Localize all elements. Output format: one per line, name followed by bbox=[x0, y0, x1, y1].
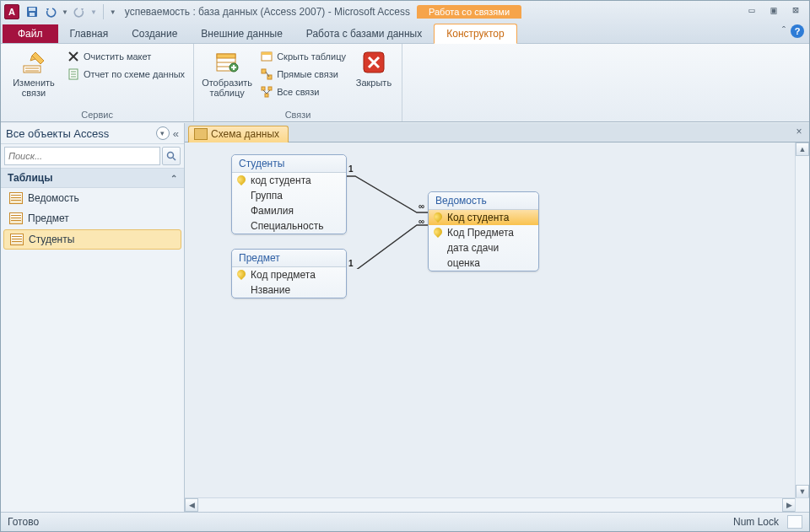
scroll-left-button[interactable]: ◀ bbox=[185, 498, 198, 512]
ribbon-group-service: Изменить связи Очистить макет Отчет по с… bbox=[1, 44, 194, 121]
table-field[interactable]: дата сдачи bbox=[429, 240, 538, 255]
ribbon-tabs: Файл Главная Создание Внешние данные Раб… bbox=[1, 23, 809, 44]
svg-rect-13 bbox=[217, 54, 235, 58]
window-controls: ▭ ▣ ⊠ bbox=[743, 4, 804, 16]
chevron-up-icon: ⌃ bbox=[170, 174, 177, 183]
svg-line-27 bbox=[263, 90, 267, 94]
horizontal-scrollbar[interactable]: ◀ ▶ bbox=[185, 497, 796, 512]
table-field[interactable]: Группа bbox=[232, 188, 346, 203]
ribbon-help-area: ˆ ? bbox=[782, 24, 804, 38]
tab-file[interactable]: Файл bbox=[3, 24, 58, 43]
nav-category-tables[interactable]: Таблицы ⌃ bbox=[1, 169, 184, 188]
nav-header-title: Все объекты Access bbox=[6, 127, 109, 140]
svg-rect-24 bbox=[262, 87, 265, 90]
nav-item-vedomost[interactable]: Ведомость bbox=[1, 188, 184, 208]
direct-relations-button[interactable]: Прямые связи bbox=[258, 67, 348, 82]
search-button[interactable] bbox=[162, 147, 181, 165]
nav-collapse-icon[interactable]: « bbox=[173, 127, 179, 140]
app-icon: A bbox=[4, 4, 19, 19]
close-relations-label: Закрыть bbox=[356, 78, 392, 88]
table-field[interactable]: Фамилия bbox=[232, 203, 346, 218]
nav-search bbox=[1, 144, 184, 169]
tab-external-data[interactable]: Внешние данные bbox=[189, 24, 294, 43]
group-relations-label: Связи bbox=[201, 108, 395, 120]
status-bar: Готово Num Lock bbox=[1, 512, 809, 531]
undo-button[interactable] bbox=[43, 4, 58, 19]
relationship-canvas[interactable]: 1 ∞ 1 ∞ Студенты код студента Группа Фам… bbox=[185, 142, 809, 512]
scroll-down-button[interactable]: ▼ bbox=[796, 485, 809, 498]
clear-layout-button[interactable]: Очистить макет bbox=[65, 49, 186, 64]
table-field[interactable]: оценка bbox=[429, 255, 538, 271]
save-button[interactable] bbox=[24, 4, 40, 19]
nav-item-label: Ведомость bbox=[28, 192, 79, 204]
rel-one-label: 1 bbox=[348, 259, 354, 268]
table-icon bbox=[9, 212, 23, 224]
doc-close-button[interactable]: × bbox=[792, 126, 806, 139]
show-table-icon bbox=[213, 49, 240, 76]
doc-tab-label: Схема данных bbox=[211, 128, 279, 140]
scroll-up-button[interactable]: ▲ bbox=[796, 142, 809, 156]
scroll-corner bbox=[795, 497, 809, 512]
table-field[interactable]: Код Предмета bbox=[429, 225, 538, 240]
rel-many-label: ∞ bbox=[418, 217, 424, 226]
all-relations-button[interactable]: Все связи bbox=[258, 84, 348, 99]
qat-customize-icon[interactable]: ▼ bbox=[110, 8, 116, 16]
table-field[interactable]: Нзвание bbox=[232, 282, 346, 298]
close-relations-button[interactable]: Закрыть bbox=[353, 47, 395, 108]
nav-filter-icon[interactable]: ▾ bbox=[156, 126, 170, 140]
redo-button[interactable] bbox=[72, 4, 87, 19]
redo-dropdown-icon[interactable]: ▼ bbox=[90, 8, 97, 16]
undo-dropdown-icon[interactable]: ▼ bbox=[62, 8, 68, 16]
svg-rect-3 bbox=[24, 66, 40, 73]
svg-point-32 bbox=[168, 153, 174, 159]
table-title: Студенты bbox=[232, 155, 346, 173]
qat-separator bbox=[103, 4, 104, 19]
minimize-button[interactable]: ▭ bbox=[743, 4, 760, 16]
show-table-button[interactable]: Отобразить таблицу bbox=[201, 47, 253, 108]
view-button[interactable] bbox=[787, 515, 802, 529]
app-window: A ▼ ▼ ▼ успеваемость : база данных (Acce… bbox=[0, 0, 810, 532]
maximize-button[interactable]: ▣ bbox=[765, 4, 782, 16]
relationship-report-button[interactable]: Отчет по схеме данных bbox=[65, 67, 186, 82]
search-input[interactable] bbox=[4, 147, 160, 165]
tab-database-tools[interactable]: Работа с базами данных bbox=[294, 24, 434, 43]
window-title: успеваемость : база данных (Access 2007)… bbox=[125, 6, 410, 18]
nav-category-label: Таблицы bbox=[8, 172, 52, 184]
minimize-ribbon-icon[interactable]: ˆ bbox=[782, 25, 786, 37]
tab-create[interactable]: Создание bbox=[120, 24, 189, 43]
nav-item-label: Предмет bbox=[28, 212, 69, 224]
tab-design[interactable]: Конструктор bbox=[434, 24, 516, 44]
scroll-track[interactable] bbox=[198, 498, 782, 512]
table-box-subject[interactable]: Предмет Код предмета Нзвание bbox=[231, 249, 347, 298]
nav-item-predmet[interactable]: Предмет bbox=[1, 208, 184, 228]
direct-relations-icon bbox=[260, 67, 273, 81]
table-field[interactable]: Код предмета bbox=[232, 267, 346, 282]
vertical-scrollbar[interactable]: ▲ ▼ bbox=[795, 142, 809, 498]
title-bar: A ▼ ▼ ▼ успеваемость : база данных (Acce… bbox=[1, 1, 809, 23]
svg-rect-1 bbox=[29, 8, 35, 11]
table-field[interactable]: Код студента bbox=[429, 210, 538, 225]
doc-tab-schema[interactable]: Схема данных bbox=[188, 126, 289, 142]
document-area: Схема данных × 1 ∞ 1 ∞ Студенты код студ… bbox=[185, 123, 809, 512]
navigation-pane: Все объекты Access ▾ « Таблицы ⌃ Ведомос… bbox=[1, 123, 185, 512]
svg-rect-26 bbox=[265, 94, 268, 97]
table-field[interactable]: код студента bbox=[232, 173, 346, 188]
nav-header[interactable]: Все объекты Access ▾ « bbox=[1, 123, 184, 144]
table-box-sheet[interactable]: Ведомость Код студента Код Предмета дата… bbox=[428, 191, 539, 271]
tab-home[interactable]: Главная bbox=[58, 24, 121, 43]
svg-line-33 bbox=[173, 158, 176, 160]
close-icon bbox=[360, 49, 387, 76]
direct-relations-label: Прямые связи bbox=[277, 69, 338, 79]
table-box-students[interactable]: Студенты код студента Группа Фамилия Спе… bbox=[231, 154, 347, 234]
hide-table-button[interactable]: Скрыть таблицу bbox=[258, 49, 348, 64]
svg-rect-2 bbox=[30, 13, 35, 16]
scroll-track[interactable] bbox=[796, 156, 809, 485]
scroll-right-button[interactable]: ▶ bbox=[782, 498, 796, 512]
clear-layout-icon bbox=[67, 50, 80, 63]
edit-relations-button[interactable]: Изменить связи bbox=[8, 47, 60, 108]
nav-item-studenty[interactable]: Студенты bbox=[3, 229, 181, 250]
close-button[interactable]: ⊠ bbox=[787, 4, 804, 16]
rel-many-label: ∞ bbox=[418, 202, 424, 211]
help-icon[interactable]: ? bbox=[791, 24, 804, 38]
table-field[interactable]: Специальность bbox=[232, 218, 346, 234]
